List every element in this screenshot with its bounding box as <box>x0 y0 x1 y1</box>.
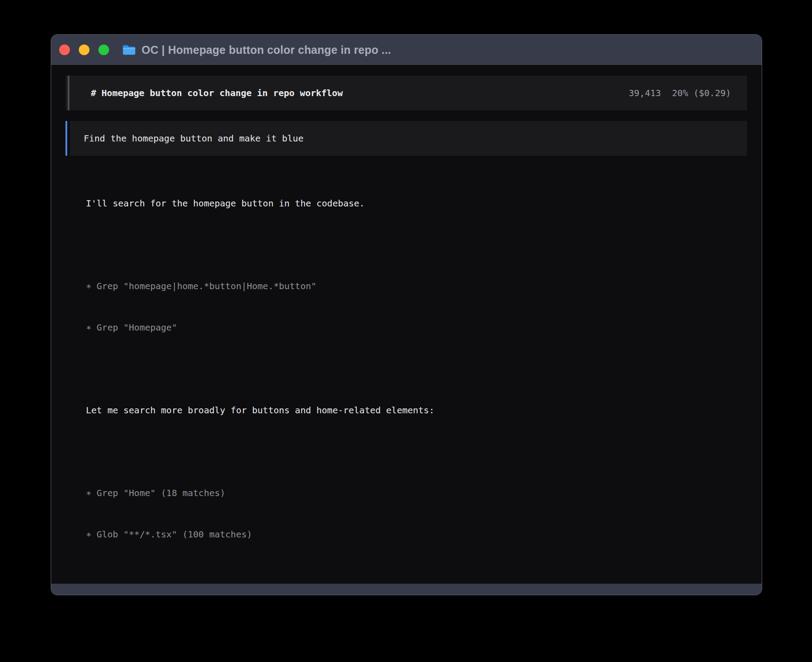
user-message-accent-bar <box>65 121 67 156</box>
titlebar-title-group: OC | Homepage button color change in rep… <box>122 44 391 57</box>
window-title: OC | Homepage button color change in rep… <box>142 44 391 57</box>
window-footer-strip <box>51 584 762 595</box>
tool-call-grep: ∗ Grep "homepage|home.*button|Home.*butt… <box>86 279 747 293</box>
assistant-text-line: Let me search more broadly for buttons a… <box>86 404 747 417</box>
close-button[interactable] <box>59 44 70 55</box>
context-usage-cost: 20% ($0.29) <box>672 86 731 100</box>
tool-call-glob: ∗ Glob "**/*.tsx" (100 matches) <box>86 528 747 541</box>
user-message: Find the homepage button and make it blu… <box>65 121 747 156</box>
window-titlebar: OC | Homepage button color change in rep… <box>51 35 762 65</box>
session-title: # Homepage button color change in repo w… <box>91 86 343 100</box>
assistant-transcript: I'll search for the homepage button in t… <box>86 169 747 595</box>
folder-icon <box>122 44 136 55</box>
session-header: # Homepage button color change in repo w… <box>65 76 747 110</box>
terminal-window: OC | Homepage button color change in rep… <box>51 34 762 595</box>
traffic-lights <box>58 44 109 55</box>
token-count: 39,413 <box>629 86 661 100</box>
user-message-bubble: Find the homepage button and make it blu… <box>70 121 747 156</box>
user-message-text: Find the homepage button and make it blu… <box>84 132 304 145</box>
tool-call-grep: ∗ Grep "Home" (18 matches) <box>86 486 747 500</box>
zoom-button[interactable] <box>98 44 109 55</box>
assistant-text-line: I'll search for the homepage button in t… <box>86 197 747 210</box>
tool-call-grep: ∗ Grep "Homepage" <box>86 321 747 335</box>
terminal-content: # Homepage button color change in repo w… <box>51 65 762 584</box>
minimize-button[interactable] <box>79 44 89 55</box>
session-stats: 39,413 20% ($0.29) <box>629 86 731 100</box>
